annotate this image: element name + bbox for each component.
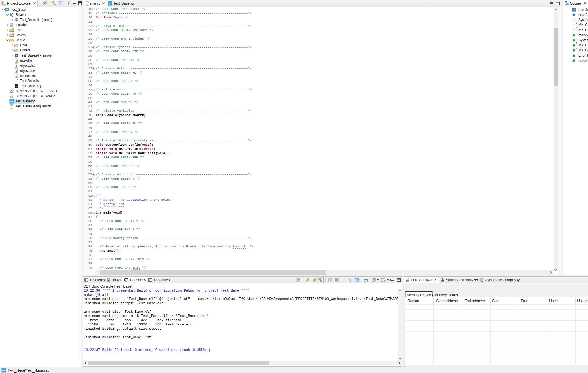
svg-text:MX: MX <box>10 100 13 102</box>
svg-text:C: C <box>12 28 14 30</box>
svg-text:010: 010 <box>407 280 409 282</box>
svg-text:IDE: IDE <box>6 9 9 11</box>
svg-text:.c: .c <box>86 3 88 5</box>
svg-text:MX: MX <box>2 370 5 372</box>
svg-text:C: C <box>12 33 14 35</box>
svg-text:MX: MX <box>109 3 112 5</box>
svg-text:h: h <box>10 25 12 27</box>
